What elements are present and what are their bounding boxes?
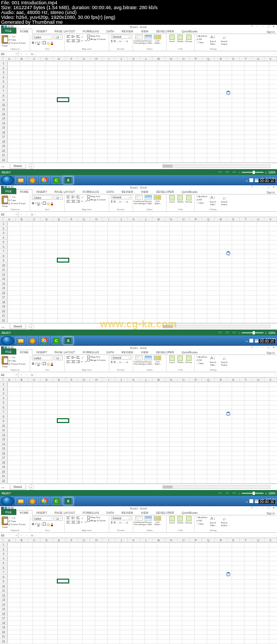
close-button[interactable]: × — [272, 507, 276, 509]
align-top-button[interactable] — [67, 35, 70, 38]
find-select-button[interactable]: ⌕ Find & Select — [219, 195, 230, 206]
font-size-select[interactable]: 11▾ — [55, 516, 63, 521]
number-format-select[interactable]: General▾ — [111, 355, 131, 360]
column-header[interactable]: G — [78, 57, 90, 61]
orientation-button[interactable]: ⤢ — [81, 355, 84, 359]
taskbar-excel[interactable]: X — [63, 497, 74, 505]
row-header[interactable]: 7 — [0, 410, 8, 414]
row-header[interactable]: 20 — [0, 469, 8, 474]
orientation-button[interactable]: ⤢ — [81, 516, 84, 520]
row-headers[interactable]: 12345678910111213141516171819202122 — [0, 222, 8, 323]
indent-increase-button[interactable]: ⇥ — [84, 39, 87, 42]
number-format-select[interactable]: General▾ — [111, 195, 131, 199]
spreadsheet-grid[interactable]: ABCDEFGHIJKLMNOPQRSTUV 12345678910111213… — [0, 57, 277, 163]
cells-area[interactable] — [8, 61, 277, 163]
name-box[interactable]: E9 — [0, 212, 18, 217]
column-headers[interactable]: ABCDEFGHIJKLMNOPQRSTUV — [0, 217, 277, 222]
expand-formula-bar[interactable]: ⌄ — [273, 534, 277, 536]
wrap-text-button[interactable]: Wrap Text — [87, 35, 100, 37]
insert-cells-button[interactable]: Insert — [168, 355, 176, 364]
column-header[interactable]: F — [65, 378, 78, 381]
close-button[interactable]: × — [272, 186, 276, 189]
row-header[interactable]: 9 — [0, 98, 8, 103]
tab-insert[interactable]: INSERT — [32, 29, 51, 33]
currency-button[interactable]: $ — [111, 521, 113, 524]
row-header[interactable]: 22 — [0, 479, 8, 484]
sheet-tab[interactable]: Sheet1 — [10, 485, 26, 489]
tab-developer[interactable]: DEVELOPER — [152, 29, 177, 33]
orientation-button[interactable]: ⤢ — [81, 35, 84, 38]
decrease-decimal-button[interactable]: ←.0 — [124, 200, 128, 203]
merge-center-button[interactable]: Merge & Center — [87, 519, 105, 522]
sheet-tab[interactable]: Sheet1 — [10, 164, 26, 169]
tab-home[interactable]: HOME — [16, 350, 32, 355]
taskbar-chrome[interactable] — [39, 497, 50, 505]
zoom-out-button[interactable]: − — [239, 331, 240, 334]
name-box[interactable]: E9 — [0, 372, 18, 377]
comma-button[interactable]: , — [117, 360, 117, 364]
sheet-nav-next[interactable]: ▸ — [3, 325, 5, 328]
align-center-button[interactable] — [71, 199, 75, 203]
ribbon-collapse-button[interactable]: ▫ — [255, 507, 260, 509]
page-layout-view-button[interactable] — [225, 331, 230, 334]
column-header[interactable]: M — [153, 378, 165, 381]
row-header[interactable]: 12 — [0, 433, 8, 438]
tab-data[interactable]: DATA — [103, 510, 118, 515]
row-header[interactable]: 1 — [0, 382, 8, 387]
horizontal-scrollbar[interactable] — [162, 485, 271, 489]
comma-button[interactable]: , — [117, 39, 117, 43]
cut-button[interactable]: ✂Cut — [9, 516, 15, 519]
fx-button[interactable]: fx — [29, 52, 36, 56]
autosum-button[interactable]: Σ AutoSum — [196, 195, 207, 198]
active-cell[interactable] — [57, 258, 69, 263]
cells-area[interactable] — [8, 382, 277, 484]
conditional-formatting-button[interactable]: Conditional Formatting — [135, 35, 143, 44]
insert-cells-button[interactable]: Insert — [168, 195, 176, 203]
row-header[interactable]: 11 — [0, 107, 8, 112]
column-header[interactable]: C — [28, 217, 41, 221]
paste-button[interactable]: Paste — [2, 355, 8, 368]
delete-cells-button[interactable]: Delete — [176, 35, 184, 43]
fill-button[interactable]: ▤ Fill — [196, 359, 207, 361]
help-button[interactable]: ? — [250, 25, 254, 28]
number-format-select[interactable]: General▾ — [111, 516, 131, 520]
row-header[interactable]: 18 — [0, 460, 8, 465]
fill-button[interactable]: ▤ Fill — [196, 38, 207, 41]
column-header[interactable]: D — [41, 57, 53, 61]
indent-decrease-button[interactable]: ⇤ — [81, 199, 83, 203]
format-painter-button[interactable]: 🖌 Format Painter — [9, 363, 25, 365]
currency-button[interactable]: $ — [111, 39, 113, 43]
row-header[interactable]: 16 — [0, 612, 8, 616]
align-left-button[interactable] — [67, 39, 70, 42]
tray-expand-icon[interactable]: ▴ — [246, 339, 248, 343]
tab-page-layout[interactable]: PAGE LAYOUT — [51, 510, 79, 515]
row-header[interactable]: 6 — [0, 84, 8, 89]
italic-button[interactable]: I — [35, 41, 36, 44]
row-header[interactable]: 20 — [0, 630, 8, 635]
underline-button[interactable]: U — [37, 522, 39, 526]
column-header[interactable]: K — [128, 378, 140, 381]
row-header[interactable]: 1 — [0, 222, 8, 226]
row-header[interactable]: 16 — [0, 451, 8, 456]
wrap-text-button[interactable]: Wrap Text — [87, 516, 100, 519]
font-name-select[interactable]: Calibri▾ — [32, 516, 54, 521]
indent-increase-button[interactable]: ⇥ — [84, 360, 87, 363]
row-header[interactable]: 2 — [0, 547, 8, 552]
close-button[interactable]: × — [272, 346, 276, 349]
zoom-out-button[interactable]: − — [239, 171, 240, 174]
column-header[interactable]: A — [3, 217, 16, 221]
taskbar-explorer[interactable] — [15, 337, 26, 345]
help-button[interactable]: ? — [250, 507, 254, 509]
column-header[interactable]: H — [90, 217, 103, 221]
align-top-button[interactable] — [67, 516, 70, 519]
align-center-button[interactable] — [71, 39, 75, 42]
row-header[interactable]: 15 — [0, 286, 8, 291]
tab-developer[interactable]: DEVELOPER — [152, 510, 177, 515]
row-header[interactable]: 17 — [0, 616, 8, 621]
flag-icon[interactable] — [249, 499, 253, 503]
fill-color-button[interactable]: ◇ — [47, 201, 50, 205]
column-header[interactable]: B — [16, 57, 28, 61]
align-middle-button[interactable] — [71, 35, 75, 38]
row-headers[interactable]: 12345678910111213141516171819202122 — [0, 61, 8, 163]
row-header[interactable]: 14 — [0, 602, 8, 607]
